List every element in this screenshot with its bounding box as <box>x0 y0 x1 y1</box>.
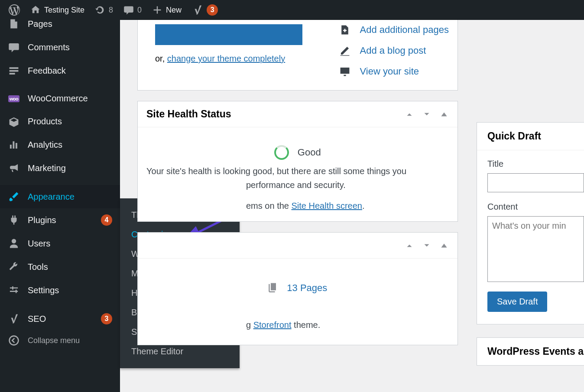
user-icon <box>8 238 19 249</box>
monitor-icon <box>339 66 350 77</box>
admin-sidebar: Pages Comments Feedback woo WooCommerce … <box>0 20 120 392</box>
write-icon <box>339 45 350 56</box>
sidebar-item-analytics[interactable]: Analytics <box>0 133 120 156</box>
comment-icon <box>123 5 134 15</box>
site-health-screen-link[interactable]: Site Health screen <box>292 201 362 211</box>
view-site-link[interactable]: View your site <box>338 66 449 77</box>
form-icon <box>8 65 19 76</box>
new-label: New <box>166 6 182 15</box>
collapse-icon <box>8 335 19 346</box>
yoast-icon <box>8 313 19 324</box>
yoast-badge: 3 <box>207 4 218 16</box>
wrench-icon <box>8 261 19 272</box>
customize-site-button[interactable] <box>155 24 302 45</box>
site-health-title: Site Health Status <box>146 108 231 120</box>
yoast-icon <box>192 4 203 16</box>
pages-count-link[interactable]: 13 Pages <box>287 282 327 293</box>
card-controls <box>405 110 449 119</box>
sidebar-item-products[interactable]: Products <box>0 110 120 133</box>
wp-logo[interactable] <box>3 0 25 20</box>
admin-toolbar: Testing Site 8 0 New 3 <box>0 0 584 20</box>
yoast-link[interactable]: 3 <box>187 0 223 20</box>
new-link[interactable]: New <box>147 0 187 20</box>
chevron-up-icon[interactable] <box>405 110 414 119</box>
health-desc-2: performance and security. <box>146 178 449 192</box>
pages-icon <box>268 282 279 292</box>
sidebar-item-users[interactable]: Users <box>0 232 120 255</box>
wordpress-icon <box>9 4 20 16</box>
glance-title <box>146 240 149 251</box>
site-health-card: Site Health Status Good Your site's heal… <box>137 101 458 222</box>
save-draft-button[interactable]: Save Draft <box>487 292 547 312</box>
welcome-panel: or, change your theme completely Add add… <box>137 20 458 91</box>
change-theme-link[interactable]: change your theme completely <box>167 54 285 63</box>
sidebar-item-settings[interactable]: Settings <box>0 279 120 302</box>
comment-icon <box>8 42 19 53</box>
or-change-theme: or, change your theme completely <box>155 54 312 64</box>
qd-title-input[interactable] <box>487 173 584 192</box>
qd-title-label: Title <box>487 159 584 169</box>
updates-count: 8 <box>109 6 113 15</box>
box-icon <box>8 116 19 127</box>
quick-draft-title: Quick Draft <box>477 123 584 150</box>
sidebar-item-marketing[interactable]: Marketing <box>0 156 120 180</box>
plus-icon <box>152 5 162 15</box>
comments-link[interactable]: 0 <box>118 0 147 20</box>
comments-count: 0 <box>137 6 142 15</box>
chevron-down-icon[interactable] <box>422 110 432 119</box>
at-a-glance-card: 13 Pages g Storefront theme. <box>137 232 458 345</box>
sidebar-item-plugins[interactable]: Plugins 4 <box>0 208 120 232</box>
qd-content-textarea[interactable] <box>487 216 584 282</box>
sidebar-item-pages[interactable]: Pages <box>0 18 120 36</box>
brush-icon <box>8 191 19 202</box>
sidebar-item-appearance[interactable]: Appearance <box>0 185 120 208</box>
health-desc-1: Your site's health is looking good, but … <box>146 164 449 178</box>
plug-icon <box>8 214 19 226</box>
svg-point-0 <box>10 336 19 345</box>
events-title: WordPress Events an <box>477 338 584 365</box>
triangle-up-icon[interactable] <box>439 110 449 119</box>
updates-link[interactable]: 8 <box>90 0 118 20</box>
health-link-line: ems on the Site Health screen. <box>146 199 449 213</box>
page-icon <box>8 18 19 29</box>
woo-icon: woo <box>8 95 20 102</box>
qd-content-label: Content <box>487 202 584 212</box>
add-pages-link[interactable]: Add additional pages <box>338 24 449 36</box>
triangle-up-icon[interactable] <box>439 241 449 250</box>
main-content: or, change your theme completely Add add… <box>120 20 584 392</box>
megaphone-icon <box>8 162 19 174</box>
chevron-up-icon[interactable] <box>405 241 414 250</box>
quick-draft-card: Quick Draft Title Content Save Draft <box>477 122 584 324</box>
sidebar-item-woocommerce[interactable]: woo WooCommerce <box>0 87 120 110</box>
sliders-icon <box>8 285 19 296</box>
sidebar-item-seo[interactable]: SEO 3 <box>0 307 120 330</box>
site-name: Testing Site <box>44 6 84 15</box>
site-link[interactable]: Testing Site <box>25 0 90 20</box>
sidebar-item-comments[interactable]: Comments <box>0 36 120 59</box>
theme-line: g Storefront theme. <box>146 318 449 332</box>
health-ring-icon <box>274 145 289 160</box>
health-status: Good <box>298 147 321 158</box>
storefront-link[interactable]: Storefront <box>253 320 292 330</box>
add-blog-link[interactable]: Add a blog post <box>338 45 449 56</box>
events-card: WordPress Events an <box>477 337 584 366</box>
sidebar-item-tools[interactable]: Tools <box>0 255 120 279</box>
add-page-icon <box>339 24 350 36</box>
refresh-icon <box>95 5 105 15</box>
sidebar-collapse[interactable]: Collapse menu <box>0 330 120 350</box>
seo-badge: 3 <box>101 313 112 324</box>
chevron-down-icon[interactable] <box>422 241 432 250</box>
right-panel: Quick Draft Title Content Save Draft Wor… <box>477 20 584 392</box>
home-icon <box>30 5 41 15</box>
plugins-badge: 4 <box>101 214 112 226</box>
chart-icon <box>8 139 19 150</box>
sidebar-item-feedback[interactable]: Feedback <box>0 59 120 82</box>
